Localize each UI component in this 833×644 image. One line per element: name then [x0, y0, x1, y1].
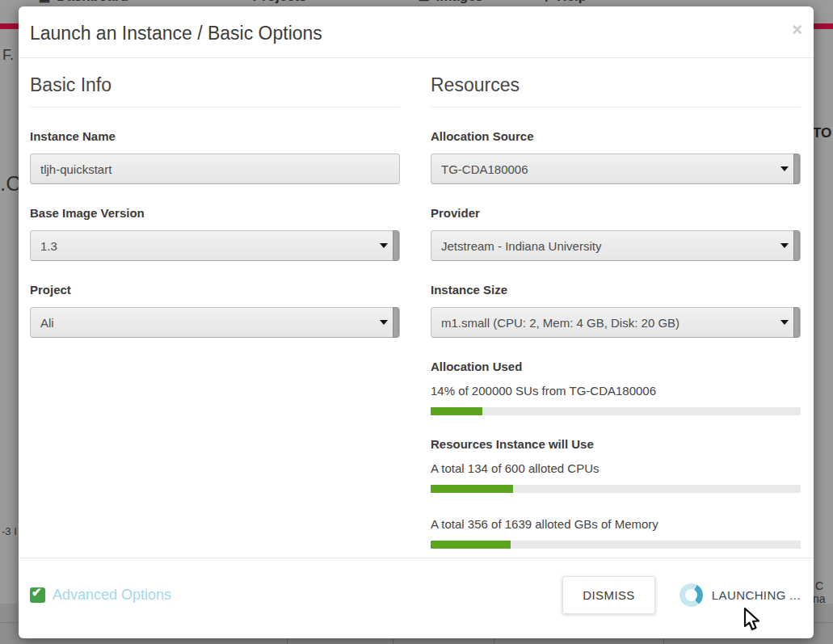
memory-usage-progressbar	[431, 541, 801, 549]
modal-header: Launch an Instance / Basic Options ×	[19, 6, 814, 58]
instance-usage-label: Resources Instance will Use	[431, 437, 801, 451]
modal-title: Launch an Instance / Basic Options	[30, 23, 801, 44]
nav-label: Help	[557, 0, 587, 5]
instance-size-group: Instance Size m1.small (CPU: 2, Mem: 4 G…	[431, 283, 801, 338]
dashboard-icon: ▦	[39, 0, 50, 4]
background-stray-text: -3 I	[2, 525, 17, 537]
footer-actions: DISMISS LAUNCHING ...	[562, 576, 801, 614]
project-select[interactable]: Ali	[30, 307, 400, 338]
nav-label: Projects	[253, 0, 307, 5]
pencil-icon: ✎	[236, 0, 246, 4]
instance-size-label: Instance Size	[431, 283, 801, 297]
selected-value: Jetstream - Indiana University	[441, 239, 601, 253]
loading-spinner-icon	[679, 583, 703, 607]
provider-label: Provider	[431, 206, 801, 220]
help-icon: ?	[543, 0, 550, 4]
chevron-down-icon	[780, 166, 789, 171]
background-stray-text: F.	[2, 47, 14, 64]
chevron-down-icon	[780, 243, 789, 248]
memory-usage-detail: A total 356 of 1639 alloted GBs of Memor…	[431, 517, 801, 531]
chevron-down-icon	[380, 320, 388, 325]
nav-item-dashboard[interactable]: ▦ Dashboard	[39, 0, 128, 5]
cpu-usage-detail: A total 134 of 600 alloted CPUs	[431, 461, 801, 475]
select-grip	[393, 307, 399, 338]
advanced-options-button[interactable]: Advanced Options	[30, 587, 171, 604]
selected-value: Ali	[40, 316, 54, 330]
project-label: Project	[30, 283, 400, 297]
cpu-usage-progressbar	[431, 485, 801, 493]
memory-usage-group: A total 356 of 1639 alloted GBs of Memor…	[431, 517, 801, 549]
modal-body: Basic Info Instance Name Base Image Vers…	[19, 58, 814, 558]
background-stray-text: C	[815, 579, 823, 592]
resources-column: Resources Allocation Source TG-CDA180006…	[431, 74, 801, 558]
provider-select[interactable]: Jetstream - Indiana University	[431, 230, 801, 261]
progress-fill	[431, 541, 511, 549]
allocation-used-detail: 14% of 200000 SUs from TG-CDA180006	[431, 384, 801, 398]
basic-info-heading: Basic Info	[30, 74, 400, 107]
dismiss-button[interactable]: DISMISS	[562, 576, 654, 614]
instance-name-input[interactable]	[30, 154, 400, 184]
nav-item-projects[interactable]: ✎ Projects	[236, 0, 307, 5]
selected-value: 1.3	[40, 239, 57, 253]
nav-item-images[interactable]: ❐ Images	[419, 0, 483, 5]
close-icon[interactable]: ×	[792, 21, 802, 39]
allocation-used-group: Allocation Used 14% of 200000 SUs from T…	[431, 360, 801, 415]
nav-item-help[interactable]: ? Help	[543, 0, 587, 5]
nav-label: Images	[435, 0, 483, 5]
progress-fill	[431, 485, 513, 493]
project-group: Project Ali	[30, 283, 400, 338]
base-image-version-label: Base Image Version	[30, 206, 400, 220]
selected-value: TG-CDA180006	[441, 162, 528, 176]
background-stray-text: TO	[813, 125, 831, 141]
instance-usage-group: Resources Instance will Use A total 134 …	[431, 437, 801, 549]
provider-group: Provider Jetstream - Indiana University	[431, 206, 801, 261]
progress-fill	[431, 407, 482, 415]
instance-size-select[interactable]: m1.small (CPU: 2, Mem: 4 GB, Disk: 20 GB…	[431, 307, 801, 338]
nav-label: Dashboard	[57, 0, 128, 5]
background-navbar: ▦ Dashboard ✎ Projects ❐ Images ? Help	[0, 0, 833, 6]
allocation-used-progressbar	[431, 407, 801, 415]
select-grip	[793, 307, 800, 338]
mouse-cursor	[743, 607, 764, 633]
images-icon: ❐	[419, 0, 429, 4]
resources-heading: Resources	[431, 74, 801, 107]
select-grip	[793, 154, 800, 184]
chevron-down-icon	[380, 243, 388, 248]
selected-value: m1.small (CPU: 2, Mem: 4 GB, Disk: 20 GB…	[441, 316, 679, 330]
checkbox-check-icon	[30, 587, 45, 603]
select-grip	[393, 230, 399, 261]
advanced-options-label: Advanced Options	[53, 587, 171, 604]
launching-button[interactable]: LAUNCHING ...	[679, 583, 801, 607]
modal-footer: Advanced Options DISMISS LAUNCHING ...	[19, 558, 814, 638]
allocation-source-select[interactable]: TG-CDA180006	[431, 154, 801, 184]
allocation-source-group: Allocation Source TG-CDA180006	[431, 129, 801, 184]
allocation-source-label: Allocation Source	[431, 129, 801, 143]
select-grip	[793, 230, 800, 261]
launch-instance-modal: Launch an Instance / Basic Options × Bas…	[19, 6, 814, 638]
base-image-version-group: Base Image Version 1.3	[30, 206, 400, 261]
base-image-version-select[interactable]: 1.3	[30, 230, 400, 261]
basic-info-column: Basic Info Instance Name Base Image Vers…	[30, 74, 400, 558]
instance-name-label: Instance Name	[30, 129, 400, 143]
chevron-down-icon	[780, 320, 789, 325]
allocation-used-label: Allocation Used	[431, 360, 801, 373]
instance-name-group: Instance Name	[30, 129, 400, 184]
launching-label: LAUNCHING ...	[712, 588, 801, 602]
